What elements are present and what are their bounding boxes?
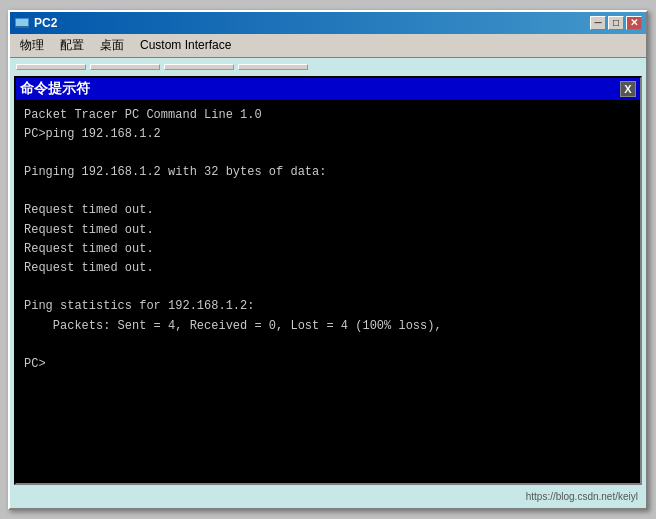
menu-item-desktop[interactable]: 桌面	[92, 35, 132, 56]
close-button[interactable]: ✕	[626, 16, 642, 30]
content-area: 命令提示符 X Packet Tracer PC Command Line 1.…	[10, 58, 646, 508]
window-icon	[14, 15, 30, 31]
cmd-line	[24, 336, 632, 355]
svg-rect-2	[15, 26, 29, 28]
cmd-line: Request timed out.	[24, 221, 632, 240]
window-title: PC2	[34, 16, 57, 30]
menu-item-custom-interface[interactable]: Custom Interface	[132, 36, 239, 54]
menu-bar: 物理 配置 桌面 Custom Interface	[10, 34, 646, 58]
main-window: PC2 ─ □ ✕ 物理 配置 桌面 Custom Interface 命令提示…	[8, 10, 648, 510]
cmd-line: PC>	[24, 355, 632, 374]
cmd-line	[24, 182, 632, 201]
top-btn-2[interactable]	[90, 64, 160, 70]
maximize-button[interactable]: □	[608, 16, 624, 30]
menu-item-config[interactable]: 配置	[52, 35, 92, 56]
minimize-button[interactable]: ─	[590, 16, 606, 30]
top-btn-1[interactable]	[16, 64, 86, 70]
cmd-content[interactable]: Packet Tracer PC Command Line 1.0PC>ping…	[16, 100, 640, 483]
cmd-line: Pinging 192.168.1.2 with 32 bytes of dat…	[24, 163, 632, 182]
cmd-title-bar: 命令提示符 X	[16, 78, 640, 100]
title-buttons: ─ □ ✕	[590, 16, 642, 30]
cmd-line: Request timed out.	[24, 259, 632, 278]
title-bar: PC2 ─ □ ✕	[10, 12, 646, 34]
cmd-line: Ping statistics for 192.168.1.2:	[24, 297, 632, 316]
cmd-line: Packets: Sent = 4, Received = 0, Lost = …	[24, 317, 632, 336]
cmd-line	[24, 278, 632, 297]
title-bar-left: PC2	[14, 15, 57, 31]
watermark: https://blog.csdn.net/keiyl	[14, 489, 642, 504]
command-window: 命令提示符 X Packet Tracer PC Command Line 1.…	[14, 76, 642, 485]
menu-item-physics[interactable]: 物理	[12, 35, 52, 56]
cmd-line	[24, 144, 632, 163]
cmd-line: Request timed out.	[24, 201, 632, 220]
top-btn-3[interactable]	[164, 64, 234, 70]
cmd-line: Packet Tracer PC Command Line 1.0	[24, 106, 632, 125]
svg-rect-1	[16, 19, 28, 26]
cmd-close-button[interactable]: X	[620, 81, 636, 97]
cmd-line: Request timed out.	[24, 240, 632, 259]
cmd-line: PC>ping 192.168.1.2	[24, 125, 632, 144]
top-btn-4[interactable]	[238, 64, 308, 70]
cmd-title-text: 命令提示符	[20, 80, 90, 98]
top-button-row	[14, 62, 642, 72]
